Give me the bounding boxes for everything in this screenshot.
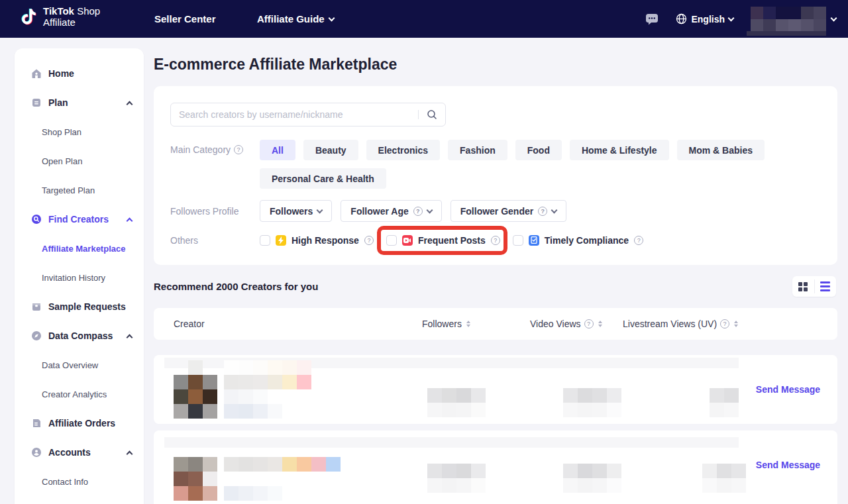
- sort-icon[interactable]: [734, 321, 738, 327]
- help-icon[interactable]: [491, 236, 500, 245]
- top-navbar: TikTok Shop Affiliate Seller Center Affi…: [0, 0, 848, 38]
- redacted-username-shadow: [747, 31, 826, 36]
- category-chip-electronics[interactable]: Electronics: [366, 140, 440, 160]
- send-message-button[interactable]: Send Message: [739, 355, 837, 424]
- sidebar-item-sample-requests[interactable]: Sample Requests: [15, 292, 144, 321]
- redacted-followers-value: [427, 464, 486, 493]
- category-chip-mom-babies[interactable]: Mom & Babies: [677, 140, 765, 160]
- sidebar-item-data-compass[interactable]: Data Compass: [15, 321, 144, 350]
- chevron-down-icon: [328, 15, 335, 21]
- redacted-avatar-fringe: [188, 360, 203, 375]
- follower-age-dropdown[interactable]: Follower Age: [341, 200, 441, 222]
- help-icon[interactable]: [634, 236, 643, 245]
- category-chip-home-lifestyle[interactable]: Home & Lifestyle: [570, 140, 669, 160]
- grid-view-icon[interactable]: [792, 276, 814, 297]
- nav-seller-center[interactable]: Seller Center: [154, 0, 216, 38]
- chat-icon[interactable]: [645, 13, 659, 25]
- tiktok-shop-affiliate-logo[interactable]: TikTok Shop Affiliate: [20, 6, 100, 28]
- send-message-button[interactable]: Send Message: [739, 430, 837, 499]
- others-label: Others: [170, 235, 198, 246]
- high-response-checkbox[interactable]: [260, 235, 270, 246]
- orders-document-icon: [30, 418, 42, 429]
- sidebar-item-affiliate-orders[interactable]: Affiliate Orders: [15, 409, 144, 438]
- frequent-posts-checkbox[interactable]: [386, 235, 397, 246]
- column-video-views[interactable]: Video Views: [530, 308, 602, 340]
- account-menu[interactable]: [751, 7, 836, 32]
- sidebar-item-affiliate-marketplace[interactable]: Affiliate Marketplace: [15, 234, 144, 263]
- column-livestream-views[interactable]: Livestream Views (UV): [623, 308, 738, 340]
- column-creator: Creator: [174, 308, 205, 340]
- sidebar: Home Plan Shop Plan Open Plan Targeted P…: [15, 48, 144, 504]
- sidebar-item-find-creators[interactable]: Find Creators: [15, 205, 144, 234]
- sort-icon[interactable]: [466, 321, 470, 327]
- video-icon: [402, 235, 413, 246]
- chevron-down-icon: [728, 15, 735, 21]
- redacted-creator-subtext: [224, 389, 268, 404]
- search-input[interactable]: [171, 109, 418, 120]
- sidebar-item-creator-analytics[interactable]: Creator Analytics: [15, 379, 144, 409]
- sidebar-item-invitation-history[interactable]: Invitation History: [15, 263, 144, 292]
- help-icon: [538, 207, 547, 216]
- follower-gender-dropdown[interactable]: Follower Gender: [450, 200, 566, 222]
- column-followers[interactable]: Followers: [422, 308, 470, 340]
- home-icon: [30, 68, 42, 79]
- category-chips: All Beauty Electronics Fashion Food Home…: [260, 140, 823, 189]
- category-chip-food[interactable]: Food: [515, 140, 562, 160]
- compass-icon: [30, 330, 42, 342]
- timely-compliance-checkbox[interactable]: [513, 235, 523, 246]
- language-label: English: [691, 14, 725, 25]
- redacted-livestream-views-value: [710, 388, 739, 417]
- tiktok-note-icon: [20, 7, 37, 27]
- sidebar-item-contact-info[interactable]: Contact Info: [15, 467, 144, 496]
- filter-panel: Main Category All Beauty Electronics Fas…: [154, 86, 837, 265]
- sort-icon[interactable]: [598, 321, 602, 327]
- sidebar-item-plan[interactable]: Plan: [15, 88, 144, 117]
- main-category-label: Main Category: [170, 144, 243, 155]
- sidebar-item-home[interactable]: Home: [15, 59, 144, 88]
- redacted-video-views-value: [563, 388, 621, 417]
- chevron-up-icon: [127, 334, 133, 340]
- sidebar-item-accounts[interactable]: Accounts: [15, 438, 144, 467]
- nav-affiliate-guide[interactable]: Affiliate Guide: [257, 0, 334, 38]
- followers-dropdown[interactable]: Followers: [260, 200, 332, 222]
- redacted-strip: [164, 437, 739, 448]
- help-icon[interactable]: [234, 145, 243, 154]
- creator-search: [170, 103, 446, 126]
- redacted-username: [751, 7, 826, 32]
- sidebar-item-data-overview[interactable]: Data Overview: [15, 350, 144, 379]
- category-chip-fashion[interactable]: Fashion: [448, 140, 507, 160]
- category-chip-all[interactable]: All: [260, 140, 295, 160]
- followers-profile-filters: Followers Follower Age Follower Gender: [260, 200, 566, 222]
- search-icon[interactable]: [419, 109, 445, 120]
- sidebar-item-shop-plan[interactable]: Shop Plan: [15, 117, 144, 146]
- chevron-down-icon: [831, 15, 837, 21]
- chevron-down-icon: [317, 207, 323, 213]
- category-chip-beauty[interactable]: Beauty: [303, 140, 358, 160]
- recommend-heading: Recommend 2000 Creators for you: [154, 281, 318, 292]
- sidebar-item-targeted-plan[interactable]: Targeted Plan: [15, 176, 144, 205]
- help-icon[interactable]: [364, 236, 374, 245]
- redacted-creator-name: [224, 375, 311, 389]
- find-creators-search-icon: [30, 214, 42, 225]
- list-view-icon[interactable]: [815, 276, 837, 297]
- chevron-up-icon: [127, 450, 133, 457]
- chevron-down-icon: [551, 207, 558, 213]
- frequent-posts-option: Frequent Posts: [386, 235, 500, 246]
- category-chip-personal-care-health[interactable]: Personal Care & Health: [260, 168, 386, 189]
- chevron-up-icon: [127, 217, 133, 224]
- person-icon: [30, 447, 42, 458]
- help-icon[interactable]: [584, 319, 594, 328]
- table-header: Creator Followers Video Views Livestream…: [154, 308, 837, 340]
- help-icon[interactable]: [720, 319, 729, 328]
- package-icon: [30, 301, 42, 313]
- sidebar-item-open-plan[interactable]: Open Plan: [15, 146, 144, 176]
- view-toggle: [792, 276, 836, 297]
- plan-icon: [30, 97, 42, 109]
- document-check-icon: [529, 235, 539, 246]
- lightning-icon: [276, 235, 286, 246]
- others-filters: High Response Frequent Posts Timely Comp…: [260, 229, 643, 251]
- redacted-creator-name: [224, 457, 341, 472]
- language-selector[interactable]: English: [676, 13, 733, 25]
- followers-profile-label: Followers Profile: [170, 206, 238, 217]
- page-title: E-commerce Affiliate Marketplace: [154, 56, 397, 74]
